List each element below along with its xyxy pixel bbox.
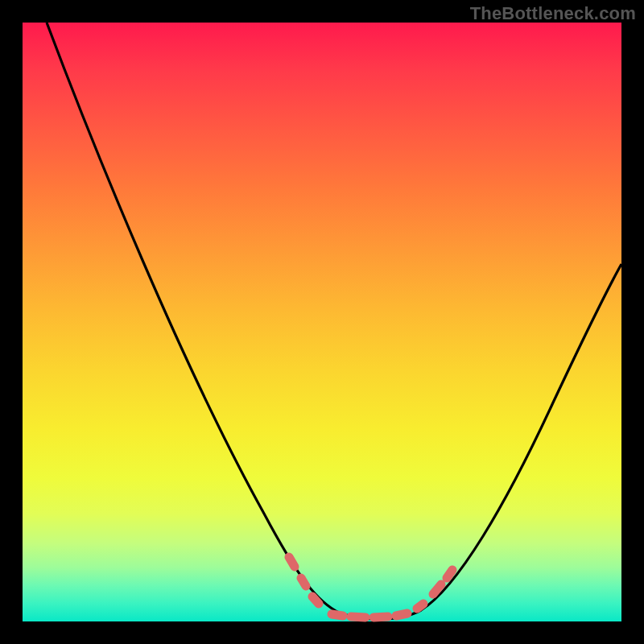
svg-line-2 xyxy=(312,597,319,604)
svg-line-6 xyxy=(396,613,407,616)
watermark-text: TheBottleneck.com xyxy=(470,3,636,24)
svg-line-7 xyxy=(417,604,423,609)
svg-line-1 xyxy=(301,578,306,586)
chart-frame: TheBottleneck.com xyxy=(0,0,644,644)
svg-line-9 xyxy=(447,570,452,578)
svg-line-5 xyxy=(374,617,388,617)
svg-line-0 xyxy=(289,557,295,567)
svg-line-3 xyxy=(332,614,343,616)
trough-dash-markers xyxy=(289,557,452,617)
svg-line-4 xyxy=(351,617,365,617)
plot-area xyxy=(23,23,621,621)
chart-svg xyxy=(23,23,621,621)
bottleneck-curve xyxy=(47,23,621,619)
svg-line-8 xyxy=(433,584,441,594)
